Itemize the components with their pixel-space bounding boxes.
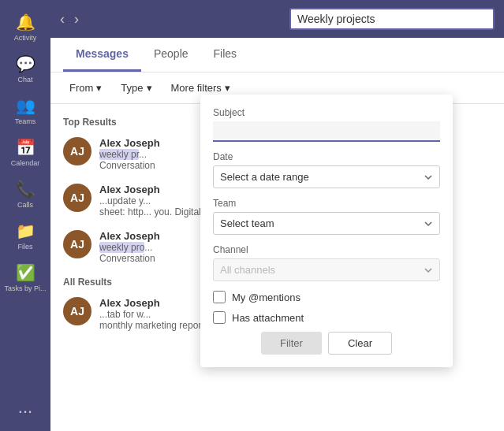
sidebar-item-label: Activity [14, 34, 37, 42]
sidebar-item-label: Files [17, 243, 32, 251]
filter-button[interactable]: Filter [261, 332, 322, 355]
type-label: Type [121, 82, 143, 94]
tab-people[interactable]: People [141, 38, 201, 72]
chat-icon: 💬 [16, 54, 35, 73]
avatar: AJ [63, 137, 91, 165]
date-select[interactable]: Select a date range Today Past week Past… [213, 165, 440, 188]
type-filter[interactable]: Type ▾ [114, 79, 158, 97]
avatar: AJ [63, 230, 91, 258]
mentions-row: My @mentions [213, 291, 440, 303]
sidebar-item-tasks[interactable]: ✅ Tasks by Pi... [0, 257, 50, 299]
teams-icon: 👥 [16, 96, 35, 115]
tab-files[interactable]: Files [201, 38, 250, 72]
more-chevron-icon: ▾ [225, 82, 230, 94]
tabs: Messages People Files [50, 38, 504, 72]
attachment-label: Has attachment [232, 312, 304, 324]
avatar: AJ [63, 184, 91, 212]
topbar: ‹ › [50, 0, 504, 38]
mentions-label: My @mentions [232, 292, 301, 303]
sidebar: 🔔 Activity 💬 Chat 👥 Teams 📅 Calendar 📞 C… [0, 0, 50, 431]
tab-messages[interactable]: Messages [63, 38, 141, 72]
filter-actions: Filter Clear [213, 332, 440, 355]
topbar-nav: ‹ › [60, 11, 79, 28]
files-icon: 📁 [16, 221, 35, 240]
calls-icon: 📞 [16, 180, 35, 199]
attachment-checkbox[interactable] [213, 311, 226, 324]
main-panel: ‹ › Messages People Files From ▾ Type ▾ … [50, 0, 504, 431]
subject-label: Subject [213, 107, 440, 118]
channel-label: Channel [213, 244, 440, 255]
forward-button[interactable]: › [74, 11, 79, 28]
activity-icon: 🔔 [16, 13, 35, 32]
sidebar-more-button[interactable]: ··· [18, 401, 32, 422]
from-chevron-icon: ▾ [96, 82, 102, 94]
date-label: Date [213, 151, 440, 162]
sidebar-item-label: Calendar [11, 159, 40, 167]
tasks-icon: ✅ [16, 263, 35, 282]
from-filter[interactable]: From ▾ [63, 79, 108, 97]
search-box[interactable] [289, 8, 495, 30]
attachment-row: Has attachment [213, 311, 440, 324]
back-button[interactable]: ‹ [60, 11, 65, 28]
sidebar-item-teams[interactable]: 👥 Teams [0, 90, 50, 132]
search-input[interactable] [297, 13, 487, 25]
sidebar-item-calendar[interactable]: 📅 Calendar [0, 132, 50, 173]
mentions-checkbox[interactable] [213, 291, 226, 303]
sidebar-item-label: Calls [17, 201, 33, 209]
avatar: AJ [63, 297, 91, 325]
type-chevron-icon: ▾ [147, 82, 152, 94]
sidebar-item-label: Chat [17, 76, 32, 84]
sidebar-item-calls[interactable]: 📞 Calls [0, 173, 50, 215]
more-filters-label: More filters [171, 82, 222, 94]
sidebar-item-label: Tasks by Pi... [4, 284, 46, 292]
team-label: Team [213, 198, 440, 209]
sidebar-item-activity[interactable]: 🔔 Activity [0, 6, 50, 48]
sidebar-item-chat[interactable]: 💬 Chat [0, 48, 50, 90]
from-label: From [69, 82, 93, 94]
clear-button[interactable]: Clear [328, 332, 392, 355]
subject-input[interactable] [213, 121, 440, 142]
calendar-icon: 📅 [16, 138, 35, 157]
sidebar-item-files[interactable]: 📁 Files [0, 215, 50, 257]
channel-select: All channels [213, 258, 440, 281]
team-select[interactable]: Select team [213, 212, 440, 235]
sidebar-item-label: Teams [15, 117, 36, 125]
filter-panel: Subject Date Select a date range Today P… [200, 95, 453, 367]
